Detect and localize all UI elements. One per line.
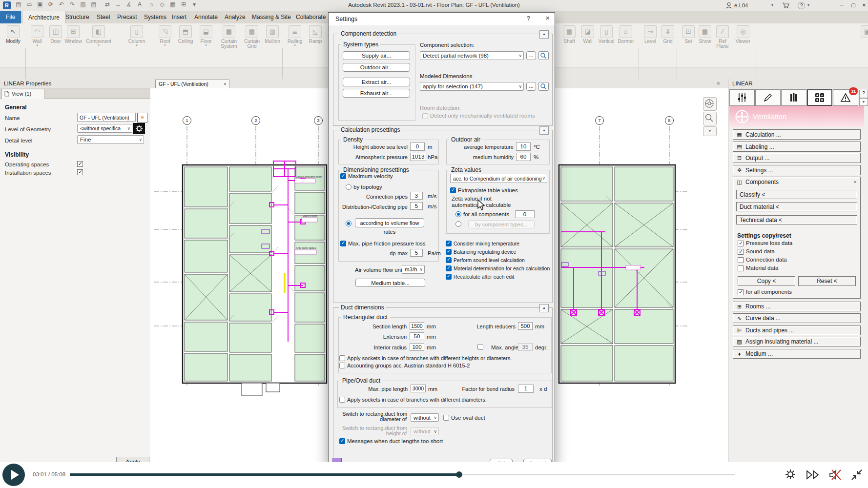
linear-tab-library[interactable] [781, 89, 806, 106]
max-angle-field[interactable]: 35 [518, 343, 533, 351]
by-topology-radio[interactable] [346, 184, 351, 190]
ribbon-window-button[interactable]: ⊞Window [64, 25, 82, 44]
extrapolate-checkbox[interactable] [450, 187, 456, 193]
ribbon-door-button[interactable]: ◫Door [47, 25, 64, 44]
view-tab-menu-icon[interactable]: ≡ [717, 80, 720, 86]
assign-insulating-material-button[interactable]: ▨Assign insulating material ... [733, 337, 861, 346]
linear-tab-dimensioning[interactable] [729, 89, 755, 106]
messages-checkbox[interactable] [339, 438, 345, 444]
ribbon-column-button[interactable]: ▯Column [128, 25, 145, 47]
ribbon-shaft-button[interactable]: ▤Shaft [560, 25, 578, 44]
ribbon-wall-opening-button[interactable]: ◪Wall [579, 25, 597, 44]
view-tab-active[interactable]: GF - UFL (Ventilation) × [155, 80, 229, 88]
playback-speed-button[interactable] [806, 469, 822, 481]
pressure-loss-data-checkbox[interactable] [738, 241, 744, 246]
balancing-device-checkbox[interactable] [446, 249, 452, 255]
component-selection-select[interactable]: Detect partial network (98) [420, 51, 524, 60]
linear-help-button[interactable]: ? [859, 90, 868, 98]
dp-max-field[interactable]: 5 [410, 249, 423, 257]
ribbon-mullion-button[interactable]: ▥Mullion [264, 25, 281, 44]
ribbon-viewer-button[interactable]: ◎Viewer [734, 25, 752, 44]
copy-button[interactable]: Copy < [738, 276, 795, 286]
rooms-button[interactable]: ⊞Rooms ... [733, 302, 861, 311]
steering-wheel-button[interactable] [703, 97, 717, 111]
tab-view[interactable]: View (1) [1, 89, 44, 99]
window-minimize-button[interactable]: ─ [837, 0, 847, 11]
connection-pipes-field[interactable]: 3 [410, 192, 423, 200]
modify-button[interactable]: ↖ Modify [3, 25, 23, 44]
progress-handle[interactable] [456, 471, 462, 478]
outdoor-air-button[interactable]: Outdoor air... [343, 63, 410, 72]
duct-dimensions-collapse-button[interactable] [539, 304, 549, 312]
ribbon-curtain-system-button[interactable]: ▦Curtain System [218, 25, 240, 49]
dialog-help-button[interactable]: ? [527, 15, 530, 22]
volume-flow-rates-radio[interactable] [346, 221, 351, 226]
material-determination-checkbox[interactable] [446, 265, 452, 271]
exhaust-air-button[interactable]: Exhaust air... [343, 89, 410, 98]
exit-fullscreen-button[interactable] [850, 468, 863, 481]
linear-tab-calculation-active[interactable] [807, 89, 832, 106]
ribbon-show-button[interactable]: ▦Show [696, 25, 714, 44]
use-oval-duct-checkbox[interactable] [443, 415, 449, 421]
ribbon-component-button[interactable]: ◧Component [86, 25, 111, 47]
component-selection-more-button[interactable]: ... [526, 51, 536, 60]
installation-spaces-checkbox[interactable] [77, 169, 83, 175]
max-angle-checkbox[interactable] [477, 344, 483, 350]
room-detection-checkbox[interactable] [422, 113, 428, 119]
ribbon-grid-button[interactable]: ⋕Grid [659, 25, 677, 44]
reset-button[interactable]: Reset < [798, 276, 856, 286]
zeta-for-all-radio[interactable] [455, 211, 461, 217]
modeled-dimensions-more-button[interactable]: ... [526, 82, 536, 91]
ribbon-refplane-button[interactable]: ∕Ref Plane [713, 25, 732, 49]
duct-material-button[interactable]: Duct material < [736, 202, 857, 211]
curve-data-button[interactable]: ∿Curve data ... [733, 313, 861, 323]
nav-more-button[interactable]: ▾ [703, 126, 717, 136]
ribbon-floor-button[interactable]: ⬓Floor [197, 25, 215, 47]
interior-radius-field[interactable]: 100 [410, 343, 424, 351]
ribbon-wall-button[interactable]: ◠Wall [28, 25, 46, 47]
dialog-close-button[interactable]: ✕ [545, 15, 550, 21]
settings-button[interactable]: ✲Settings ... [733, 165, 861, 175]
ducts-and-pipes-button[interactable]: ⊫Ducts and pipes ... [733, 325, 861, 335]
switch-height-select[interactable]: without [411, 427, 439, 435]
help-icon[interactable]: ? [798, 2, 805, 9]
classify-button[interactable]: Classify < [736, 190, 857, 199]
medium-table-button[interactable]: Medium table... [355, 279, 425, 287]
medium-humidity-field[interactable]: 60 [516, 153, 531, 161]
ribbon-roof-button[interactable]: ◹Roof [156, 25, 174, 47]
average-temperature-field[interactable]: 10 [516, 142, 531, 151]
max-friction-checkbox[interactable] [340, 241, 346, 246]
maximum-velocity-checkbox[interactable] [340, 173, 346, 179]
window-maximize-button[interactable]: ▢ [848, 0, 858, 11]
modeled-dimensions-pick-button[interactable] [538, 82, 549, 91]
ribbon-curtain-grid-button[interactable]: ▤Curtain Grid [241, 25, 263, 49]
supply-air-button[interactable]: Supply air... [343, 51, 410, 60]
connection-data-checkbox[interactable] [738, 257, 744, 263]
progress-remaining[interactable] [462, 474, 735, 475]
components-collapse-icon[interactable]: ˄ [854, 180, 856, 184]
bend-radius-field[interactable]: 1 [518, 385, 534, 393]
user-avatar-icon[interactable] [725, 2, 732, 9]
tab-structure[interactable]: Structure [60, 11, 95, 23]
mixing-temperature-checkbox[interactable] [446, 241, 452, 246]
component-detection-collapse-button[interactable] [539, 30, 549, 39]
linear-overflow-button[interactable]: ▼ [859, 98, 868, 106]
distribution-pipe-field[interactable]: 5 [410, 202, 423, 210]
extract-air-button[interactable]: Extract air... [343, 78, 410, 86]
by-component-types-button[interactable]: by component types... [468, 220, 535, 228]
technical-data-button[interactable]: Technical data < [736, 215, 857, 224]
apply-sockets-diameters-checkbox[interactable] [339, 397, 345, 403]
material-data-checkbox[interactable] [738, 265, 744, 271]
calculation-presettings-collapse-button[interactable] [539, 126, 549, 135]
apply-sockets-heights-checkbox[interactable] [339, 355, 345, 361]
mute-button[interactable] [828, 468, 843, 482]
zeta-by-type-radio[interactable] [455, 221, 461, 227]
user-account-label[interactable]: e-L04 [734, 2, 748, 8]
geometry-gear-button[interactable] [133, 123, 145, 134]
for-all-components-checkbox[interactable] [738, 289, 744, 295]
ribbon-ramp-button[interactable]: ◺Ramp [307, 25, 324, 44]
ribbon-vertical-button[interactable]: ▯Vertical [598, 25, 615, 44]
atmospheric-pressure-field[interactable]: 1013 [410, 153, 426, 161]
operating-spaces-checkbox[interactable] [77, 161, 83, 167]
zeta-for-all-field[interactable]: 0 [515, 210, 535, 218]
